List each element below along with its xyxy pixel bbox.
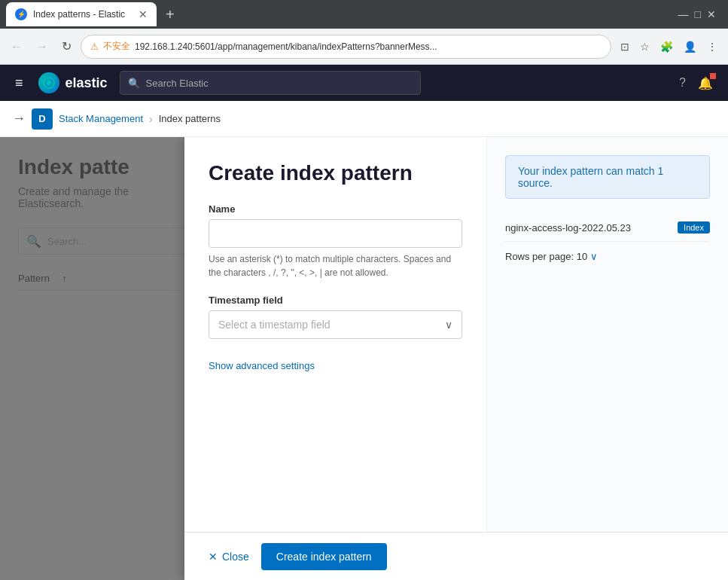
breadcrumb-bar: → D Stack Management › Index patterns [0,101,728,137]
flyout-body: Create index pattern Name Use an asteris… [184,137,728,532]
browser-tab[interactable]: Index patterns - Elastic ✕ [6,2,157,26]
modal-title: Create index pattern [209,161,462,185]
notifications-icon-button[interactable]: 🔔 [695,73,716,93]
source-item: nginx-access-log-2022.05.23 Index [505,214,710,242]
security-warning-text: 不安全 [103,40,130,53]
help-icon-button[interactable]: ? [676,73,689,93]
profile-icon-button[interactable]: 👤 [679,36,701,57]
rows-chevron-icon: ∨ [590,251,598,262]
browser-titlebar: Index patterns - Elastic ✕ + — □ ✕ [0,0,728,29]
timestamp-select[interactable]: Select a timestamp field ∨ [209,310,462,339]
search-placeholder-text: Search Elastic [146,78,209,89]
bookmark-icon-button[interactable]: ☆ [635,36,654,57]
elastic-logo-icon [38,72,59,93]
rows-per-page-label: Rows per page: 10 [505,251,587,262]
timestamp-placeholder: Select a timestamp field [218,319,330,331]
tab-favicon [15,8,27,20]
kibana-search-bar[interactable]: 🔍 Search Elastic [120,71,421,95]
breadcrumb-stack-management[interactable]: Stack Management [59,113,143,124]
create-index-pattern-button[interactable]: Create index pattern [261,543,387,570]
minimize-button[interactable]: — [678,8,689,20]
flyout-form: Create index pattern Name Use an asteris… [184,137,487,532]
chevron-down-icon: ∨ [445,319,452,331]
maximize-button[interactable]: □ [695,8,701,20]
address-text: 192.168.1.240:5601/app/management/kibana… [135,41,437,52]
name-label: Name [209,203,462,215]
header-right-actions: ? 🔔 [676,73,716,93]
elastic-logo: elastic [38,72,108,93]
breadcrumb-menu-toggle[interactable]: → [12,111,26,127]
forward-button[interactable]: → [32,35,53,58]
tab-title: Index patterns - Elastic [33,9,125,20]
elastic-logo-text: elastic [65,75,108,91]
match-banner: Your index pattern can match 1 source. [505,155,710,199]
rows-per-page-control[interactable]: Rows per page: 10 ∨ [505,251,710,262]
refresh-icon: ↻ [62,39,72,53]
forward-icon: → [36,40,48,53]
browser-toolbar: ← → ↻ ⚠ 不安全 192.168.1.240:5601/app/manag… [0,29,728,65]
close-label: Close [222,551,249,563]
name-input[interactable] [209,219,462,248]
back-icon: ← [11,40,23,53]
match-text: Your index pattern can match 1 source. [518,165,697,189]
notification-badge [710,73,716,79]
back-button[interactable]: ← [6,35,27,58]
breadcrumb-separator: › [149,113,153,125]
elastic-logo-svg [43,77,55,89]
cast-icon-button[interactable]: ⊡ [616,36,634,57]
name-hint: Use an asterisk (*) to match multiple ch… [209,252,462,279]
security-warning-icon: ⚠ [90,41,99,52]
flyout-right-panel: Your index pattern can match 1 source. n… [487,137,728,532]
new-tab-button[interactable]: + [160,6,181,23]
name-field-group: Name Use an asterisk (*) to match multip… [209,203,462,279]
advanced-settings-link[interactable]: Show advanced settings [209,360,315,371]
extensions-icon-button[interactable]: 🧩 [656,36,678,57]
close-x-icon: ✕ [209,551,218,563]
browser-frame: Index patterns - Elastic ✕ + — □ ✕ ← → ↻… [0,0,728,580]
breadcrumb-current: Index patterns [159,113,221,124]
timestamp-label: Timestamp field [209,295,462,306]
flyout-footer: ✕ Close Create index pattern [184,532,728,580]
refresh-button[interactable]: ↻ [57,35,76,58]
app-content: ≡ elastic 🔍 Search Elastic ? 🔔 [0,65,728,580]
user-initial: D [38,113,45,124]
toolbar-actions: ⊡ ☆ 🧩 👤 ⋮ [616,36,722,57]
close-button[interactable]: ✕ Close [209,551,249,563]
user-avatar: D [32,108,53,130]
main-layout: Index patte Create and manage the Elasti… [0,137,728,580]
tab-close-button[interactable]: ✕ [139,8,148,20]
close-window-button[interactable]: ✕ [707,8,716,20]
kibana-header: ≡ elastic 🔍 Search Elastic ? 🔔 [0,65,728,101]
hamburger-menu-button[interactable]: ≡ [12,72,26,94]
search-icon: 🔍 [128,78,140,89]
source-name: nginx-access-log-2022.05.23 [505,222,631,234]
menu-icon-button[interactable]: ⋮ [702,36,722,57]
address-bar[interactable]: ⚠ 不安全 192.168.1.240:5601/app/management/… [81,35,611,59]
svg-point-1 [47,81,51,85]
source-badge: Index [678,221,710,234]
timestamp-field-group: Timestamp field Select a timestamp field… [209,295,462,339]
flyout-panel: Create index pattern Name Use an asteris… [184,137,728,580]
